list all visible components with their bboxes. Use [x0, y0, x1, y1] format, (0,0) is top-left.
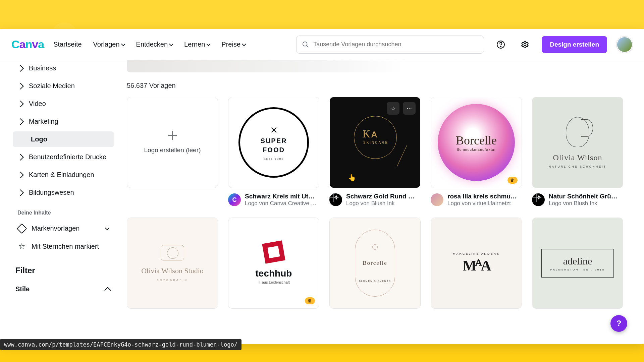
svg-point-3 — [500, 46, 501, 47]
sidebar-item-business[interactable]: Business — [13, 60, 114, 76]
settings-icon[interactable] — [518, 37, 532, 52]
nav-home[interactable]: Startseite — [53, 41, 82, 48]
create-design-button[interactable]: Design erstellen — [542, 36, 607, 53]
chevron-down-icon — [242, 42, 246, 46]
tile-title[interactable]: Schwarz Kreis mit Ute… — [245, 193, 317, 200]
author-avatar[interactable]: C — [228, 193, 241, 206]
tile-title[interactable]: rosa lila kreis schmuc… — [447, 193, 519, 200]
crown-icon: ♛ — [510, 178, 514, 183]
sidebar-item-video[interactable]: Video — [13, 96, 114, 112]
top-nav: Canva Startseite Vorlagen Entdecken Lern… — [0, 29, 644, 60]
sidebar-item-logo[interactable]: Logo — [13, 131, 114, 147]
template-count: 56.637 Vorlagen — [127, 82, 631, 89]
template-tile[interactable]: techhub IT aus Leidenschaft ♛ — [228, 218, 319, 309]
sidebar-starred[interactable]: ☆ Mit Sternchen markiert — [13, 238, 114, 254]
sidebar-item-social[interactable]: Soziale Medien — [13, 78, 114, 94]
your-content-title: Deine Inhalte — [17, 210, 114, 216]
svg-line-1 — [307, 45, 309, 47]
search-icon — [302, 41, 309, 48]
sidebar-brand-templates[interactable]: Markenvorlagen — [13, 221, 114, 236]
utensils-icon: ✕ — [270, 125, 278, 136]
canva-logo[interactable]: Canva — [11, 38, 44, 51]
help-fab[interactable]: ? — [610, 315, 627, 332]
template-tile[interactable]: ✕ SUPER FOOD SEIT 1992 — [228, 97, 319, 188]
nav-pricing[interactable]: Preise — [221, 41, 246, 48]
chevron-right-icon — [17, 101, 24, 107]
chevron-down-icon — [105, 226, 109, 230]
tile-subtitle: Logo von Blush Ink — [549, 200, 621, 207]
chevron-right-icon — [17, 65, 24, 72]
nav-discover[interactable]: Entdecken — [136, 41, 173, 48]
tile-title[interactable]: Schwarz Gold Rund Bl… — [346, 193, 418, 200]
author-avatar[interactable] — [431, 193, 443, 206]
chevron-up-icon — [104, 287, 111, 294]
page-body: Business Soziale Medien Video Marketing … — [0, 60, 644, 344]
star-icon: ☆ — [18, 242, 25, 250]
tile-subtitle: Logo von Blush Ink — [346, 200, 418, 207]
search-input[interactable] — [313, 41, 478, 48]
star-icon: ☆ — [391, 105, 395, 112]
search-box[interactable] — [296, 36, 484, 54]
chevron-down-icon — [121, 42, 125, 46]
status-url: www.canva.com/p/templates/EAFCEnkyG4o-sc… — [0, 339, 241, 350]
user-avatar[interactable] — [616, 37, 633, 53]
template-tile[interactable]: Olivia Wilson Studio FOTOGRAFIN — [127, 218, 218, 309]
plus-icon — [168, 131, 177, 140]
tile-subtitle: Logo von virtuell.fairnetzt — [447, 200, 519, 207]
crown-icon: ♛ — [308, 298, 312, 303]
author-avatar[interactable] — [329, 193, 342, 206]
sidebar-item-education[interactable]: Bildungswesen — [13, 185, 114, 200]
chevron-right-icon — [17, 83, 24, 89]
more-options-button[interactable]: ⋯ — [403, 102, 416, 115]
sidebar-item-marketing[interactable]: Marketing — [13, 114, 114, 129]
nav-links: Startseite Vorlagen Entdecken Lernen Pre… — [53, 41, 246, 48]
blank-tile-label: Logo erstellen (leer) — [144, 146, 201, 154]
sidebar-item-cards[interactable]: Karten & Einladungen — [13, 167, 114, 183]
filter-style-toggle[interactable]: Stile — [13, 282, 114, 296]
template-grid: Logo erstellen (leer) ✕ SUPER FOOD SEIT … — [127, 97, 631, 326]
sidebar: Business Soziale Medien Video Marketing … — [0, 60, 123, 344]
help-icon[interactable] — [493, 37, 508, 52]
blank-template-tile[interactable]: Logo erstellen (leer) — [127, 97, 218, 188]
nav-templates[interactable]: Vorlagen — [93, 41, 125, 48]
tile-title[interactable]: Natur Schönheit Grün… — [549, 193, 621, 200]
svg-point-0 — [303, 42, 307, 46]
brand-icon — [16, 223, 27, 234]
template-tile[interactable]: MARCELINE ANDERS MᴬA — [431, 218, 522, 309]
chevron-right-icon — [17, 118, 24, 125]
template-tile[interactable]: adeline PALMERSTONEST. 2018 — [532, 218, 623, 309]
template-tile[interactable]: Kᴀ SKINCARE ☆ ⋯ 👆 — [329, 97, 421, 188]
chevron-down-icon — [206, 42, 211, 46]
template-tile[interactable]: Olivia Wilson NATÜRLICHE SCHÖNHEIT — [532, 97, 623, 188]
main-content: 56.637 Vorlagen Logo erstellen (leer) ✕ … — [123, 60, 644, 344]
chevron-down-icon — [169, 42, 173, 46]
more-icon: ⋯ — [407, 105, 412, 112]
nav-learn[interactable]: Lernen — [184, 41, 210, 48]
pro-badge: ♛ — [305, 297, 315, 304]
chevron-right-icon — [17, 172, 24, 178]
template-tile[interactable]: Borcelle BLUMEN & EVENTS — [329, 218, 421, 309]
chevron-right-icon — [17, 189, 24, 196]
pro-badge: ♛ — [507, 177, 518, 184]
sidebar-item-custom-print[interactable]: Benutzerdefinierte Drucke — [13, 149, 114, 165]
hero-band — [127, 60, 631, 72]
template-tile[interactable]: Borcelle Schmuckmanufaktur ♛ — [431, 97, 522, 188]
author-avatar[interactable] — [532, 193, 545, 206]
favorite-button[interactable]: ☆ — [387, 102, 399, 115]
chevron-right-icon — [17, 154, 24, 161]
filter-heading: Filter — [15, 266, 114, 275]
tile-subtitle: Logo von Canva Creative … — [245, 200, 317, 207]
svg-point-4 — [524, 43, 526, 46]
